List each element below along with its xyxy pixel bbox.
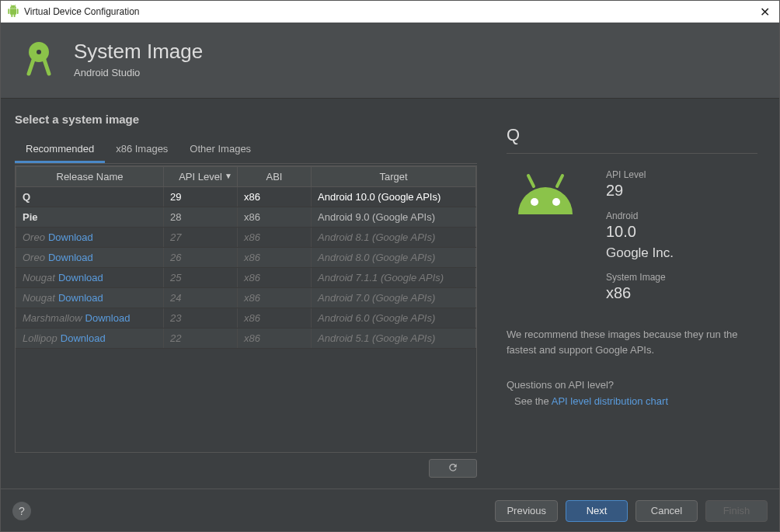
recommend-text: We recommend these images because they r… — [507, 327, 757, 357]
api-cell: 26 — [164, 248, 238, 268]
download-link[interactable]: Download — [85, 312, 131, 324]
col-release[interactable]: Release Name — [16, 167, 164, 187]
svg-point-4 — [531, 198, 538, 206]
col-abi[interactable]: ABI — [238, 167, 312, 187]
close-icon[interactable]: ✕ — [757, 5, 773, 19]
release-name: Oreo — [23, 231, 45, 243]
download-link[interactable]: Download — [48, 252, 93, 263]
android-robot-icon — [507, 169, 584, 249]
tab-recommended[interactable]: Recommended — [15, 137, 105, 163]
target-cell: Android 9.0 (Google APIs) — [312, 207, 476, 228]
next-button[interactable]: Next — [566, 500, 628, 522]
header: System Image Android Studio — [1, 23, 779, 99]
detail-title: Q — [507, 125, 757, 154]
api-cell: 24 — [164, 288, 238, 308]
abi-cell: x86 — [238, 248, 312, 268]
table-row[interactable]: Pie28x86Android 9.0 (Google APIs) — [16, 207, 476, 228]
abi-cell: x86 — [238, 288, 312, 308]
android-value: 10.0 — [606, 223, 674, 241]
finish-button: Finish — [705, 500, 768, 522]
target-cell: Android 7.0 (Google APIs) — [312, 288, 476, 308]
release-name: Marshmallow — [23, 312, 82, 324]
table-row[interactable]: NougatDownload24x86Android 7.0 (Google A… — [16, 288, 476, 308]
target-cell: Android 6.0 (Google APIs) — [312, 308, 476, 329]
title-bar: Virtual Device Configuration ✕ — [1, 1, 779, 23]
tab-x86-images[interactable]: x86 Images — [105, 137, 179, 163]
target-cell: Android 5.1 (Google APIs) — [312, 329, 476, 349]
see-text: See the — [514, 395, 552, 407]
api-cell: 22 — [164, 329, 238, 349]
target-cell: Android 8.1 (Google APIs) — [312, 228, 476, 248]
download-link[interactable]: Download — [58, 272, 103, 283]
sysimg-value: x86 — [606, 284, 674, 302]
svg-line-2 — [528, 176, 534, 186]
table-row[interactable]: LollipopDownload22x86Android 5.1 (Google… — [16, 329, 476, 349]
refresh-icon — [447, 462, 458, 475]
svg-point-1 — [37, 50, 41, 54]
sort-desc-icon: ▼ — [225, 172, 232, 180]
download-link[interactable]: Download — [61, 332, 106, 344]
release-name: Nougat — [23, 272, 55, 283]
abi-cell: x86 — [238, 308, 312, 329]
tab-other-images[interactable]: Other Images — [179, 137, 262, 163]
api-level-label: API Level — [606, 169, 674, 180]
sysimg-label: System Image — [606, 272, 674, 283]
abi-cell: x86 — [238, 268, 312, 288]
section-title: Select a system image — [15, 113, 477, 126]
release-name: Q — [23, 191, 30, 203]
abi-cell: x86 — [238, 329, 312, 349]
target-cell: Android 7.1.1 (Google APIs) — [312, 268, 476, 288]
refresh-button[interactable] — [429, 459, 477, 478]
api-cell: 28 — [164, 207, 238, 228]
question-text: Questions on API level? — [507, 379, 757, 391]
footer: ? Previous Next Cancel Finish — [0, 489, 780, 532]
tabs: Recommendedx86 ImagesOther Images — [15, 137, 477, 164]
android-label: Android — [606, 210, 674, 221]
android-studio-icon — [18, 37, 60, 81]
release-name: Lollipop — [23, 332, 57, 344]
previous-button[interactable]: Previous — [495, 500, 558, 522]
download-link[interactable]: Download — [58, 292, 103, 304]
download-link[interactable]: Download — [48, 231, 93, 243]
android-mini-icon — [7, 5, 19, 19]
table-row[interactable]: Q29x86Android 10.0 (Google APIs) — [16, 187, 476, 207]
system-image-table: Release Name API Level▼ ABI Target Q29x8… — [16, 166, 476, 349]
api-cell: 25 — [164, 268, 238, 288]
svg-line-3 — [557, 176, 562, 186]
release-name: Nougat — [23, 292, 55, 304]
window-title: Virtual Device Configuration — [24, 6, 140, 17]
page-title: System Image — [74, 40, 203, 64]
col-target[interactable]: Target — [312, 167, 476, 187]
api-cell: 23 — [164, 308, 238, 329]
table-row[interactable]: NougatDownload25x86Android 7.1.1 (Google… — [16, 268, 476, 288]
page-subtitle: Android Studio — [74, 67, 203, 78]
table-row[interactable]: OreoDownload26x86Android 8.0 (Google API… — [16, 248, 476, 268]
table-row[interactable]: OreoDownload27x86Android 8.1 (Google API… — [16, 228, 476, 248]
api-cell: 29 — [164, 187, 238, 207]
table-row[interactable]: MarshmallowDownload23x86Android 6.0 (Goo… — [16, 308, 476, 329]
col-api[interactable]: API Level▼ — [164, 167, 238, 187]
release-name: Oreo — [23, 252, 45, 263]
api-cell: 27 — [164, 228, 238, 248]
vendor-value: Google Inc. — [606, 245, 674, 261]
target-cell: Android 10.0 (Google APIs) — [312, 187, 476, 207]
svg-point-5 — [552, 198, 560, 206]
abi-cell: x86 — [238, 228, 312, 248]
api-chart-link[interactable]: API level distribution chart — [552, 395, 668, 407]
target-cell: Android 8.0 (Google APIs) — [312, 248, 476, 268]
release-name: Pie — [23, 211, 38, 223]
api-level-value: 29 — [606, 182, 674, 200]
cancel-button[interactable]: Cancel — [635, 500, 698, 522]
help-button[interactable]: ? — [12, 502, 31, 520]
abi-cell: x86 — [238, 207, 312, 228]
abi-cell: x86 — [238, 187, 312, 207]
